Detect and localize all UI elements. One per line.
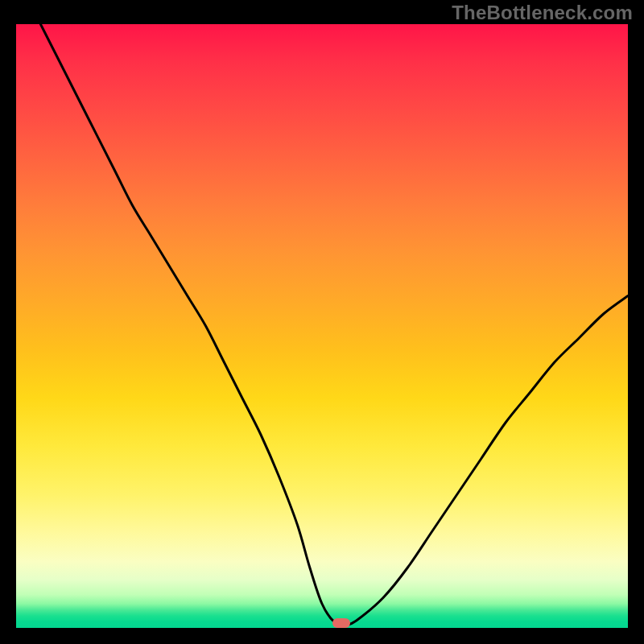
optimal-point-marker (332, 618, 350, 628)
bottleneck-curve (16, 24, 628, 628)
watermark-text: TheBottleneck.com (452, 2, 633, 24)
